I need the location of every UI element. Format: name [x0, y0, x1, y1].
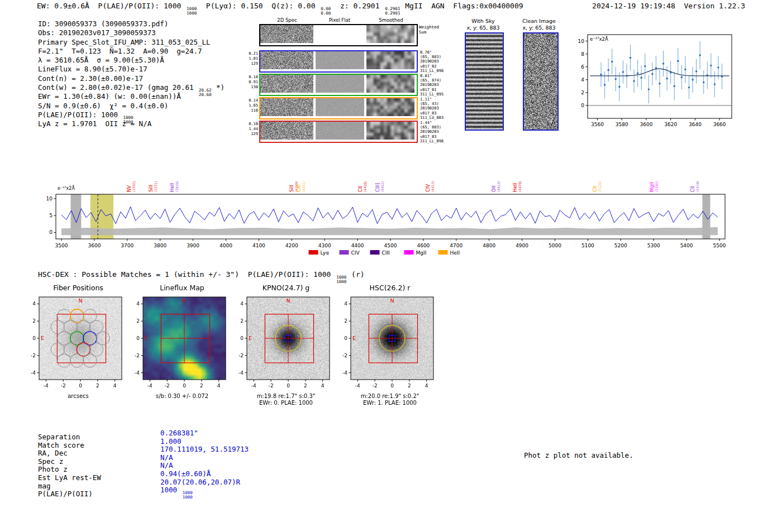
detection-info-block: ID: 3090059373 (3090059373.pdf)Obs: 2019…: [38, 20, 225, 129]
emission-line-label: CII: [690, 186, 695, 192]
match-row-label: P(LAE)/P(OII): [38, 490, 93, 498]
svg-text:0: 0: [49, 229, 53, 235]
legend-label: HeII: [450, 250, 460, 256]
info-line: ID: 3090059373 (3090059373.pdf): [38, 20, 225, 28]
svg-text:3620: 3620: [664, 122, 677, 127]
emission-line-sublabel: (3705): [132, 181, 136, 192]
svg-text:4800: 4800: [483, 243, 495, 248]
weighted-sum-smoothed-image: [366, 25, 414, 43]
hsc-cutout-title: HSC(26.2) r: [334, 284, 446, 292]
svg-text:3900: 3900: [187, 243, 199, 248]
fiber-positions-panel: Fiber Positions -4-4-2-2002244NE arcsecs: [22, 284, 134, 415]
svg-text:3580: 3580: [616, 122, 628, 127]
spec2d-row-info: 1.44"(65, 883)20190203v017_03311_LL_096: [420, 121, 444, 143]
text-segment: EWr = 1.30(±0.84) (w: 0.00(±nan))Å: [38, 92, 181, 100]
svg-text:0: 0: [79, 383, 82, 389]
emission-line-label: CIII]: [375, 183, 380, 192]
text-segment: N/A: [160, 461, 173, 469]
svg-text:-2: -2: [31, 353, 36, 358]
weighted-sum-strip: [259, 24, 418, 46]
spec2d-row-image: [366, 75, 414, 93]
svg-text:0: 0: [287, 383, 290, 389]
flux-units-annotation: e⁻¹⁷x2Å: [590, 36, 608, 42]
spec2d-row-stats: 0.180.91130: [245, 75, 258, 90]
svg-text:4700: 4700: [450, 243, 462, 248]
svg-text:4: 4: [321, 383, 325, 389]
north-compass-label: N: [78, 298, 82, 304]
svg-text:4: 4: [113, 383, 117, 389]
svg-text:4300: 4300: [318, 243, 331, 248]
header-summary: EW: 0.9±0.6Å P(LAE)/P(OII): 1000 1000100…: [37, 2, 523, 16]
text-segment: LyA z = 1.9701 OII z = N/A: [38, 119, 151, 128]
spec2d-row-stats: 0.101.44129: [245, 122, 258, 137]
svg-text:-2: -2: [269, 383, 274, 389]
hsc-caption-2: EWr: 1. PLAE: 1000: [334, 400, 446, 406]
match-row-value: N/A: [160, 461, 173, 469]
with-sky-coords: x, y: 65, 883: [455, 25, 511, 31]
clean-image-coords: x, y: 65, 883: [508, 25, 570, 31]
lineflux-map-overlay: -4-4-2-2002244NE: [126, 293, 238, 394]
text-segment: z: 0.2901: [331, 2, 384, 10]
svg-text:2: 2: [32, 318, 36, 324]
svg-text:0: 0: [390, 383, 394, 389]
spec2d-row-image: [316, 51, 364, 69]
with-sky-image: [465, 32, 504, 131]
hsc-cutout-overlay: -4-4-2-2002244NE: [334, 293, 446, 394]
emission-line-label: SiII: [289, 185, 294, 192]
svg-text:-4: -4: [251, 383, 256, 389]
svg-text:10: 10: [46, 196, 53, 202]
svg-text:5100: 5100: [581, 243, 594, 248]
fiber-positions-xlabel: arcsecs: [22, 393, 134, 399]
svg-text:-2: -2: [342, 353, 347, 358]
elixer-report-page: EW: 0.9±0.6Å P(LAE)/P(OII): 1000 1000100…: [0, 0, 782, 532]
text-segment: HSC-DEX : Possible Matches = 1 (within +…: [38, 270, 335, 279]
text-segment: P(LAE)/P(OII): 1000: [38, 111, 122, 119]
legend-swatch: [404, 250, 414, 255]
hsc-cutout-panel: HSC(26.2) r -4-4-2-2002244NE m:20.0 re:1…: [334, 284, 446, 415]
svg-text:3640: 3640: [689, 122, 702, 127]
lineflux-map-title: Lineflux Map: [126, 284, 238, 292]
spec2d-row-image: [260, 51, 313, 69]
legend-swatch: [438, 250, 448, 255]
spec2d-row-info: 0.81"(65, 874)20190203v017_01311_LL_095: [420, 74, 444, 97]
match-row-label: Match score: [38, 441, 84, 449]
phot-z-note: Phot z plot not available.: [524, 451, 633, 459]
text-segment: S/N = 0.9(±0.6) χ² = 0.4(±0.0): [38, 102, 168, 110]
text-segment: 0.94(±0.60)Å: [160, 469, 211, 478]
spec2d-row-image: [366, 51, 414, 69]
svg-text:3500: 3500: [55, 243, 68, 248]
match-row-label: Est LyA rest-EW: [38, 473, 101, 482]
legend-swatch: [309, 250, 318, 255]
match-row-label: Separation: [38, 433, 80, 441]
fiber-circle: [70, 354, 84, 367]
svg-text:2: 2: [304, 383, 307, 389]
spec2d-row-image: [366, 98, 414, 116]
weighted-sum-2dspec-image: [260, 25, 313, 43]
svg-text:5400: 5400: [680, 243, 693, 248]
text-segment: N/A: [160, 453, 173, 462]
text-segment: Primary Spec_Slot_IFU_AMP: 311_053_025_L…: [38, 38, 211, 46]
emission-line-sublabel: (5122): [598, 181, 602, 192]
error-band: [61, 227, 718, 236]
spectrum-line: [61, 207, 718, 223]
svg-text:3600: 3600: [88, 243, 101, 248]
spec2d-row-image: [316, 122, 364, 140]
legend-label: CIV: [351, 250, 360, 256]
svg-text:8: 8: [581, 51, 584, 57]
legend-label: MgII: [416, 250, 427, 256]
emission-line-sublabel: (4221): [302, 181, 306, 192]
fiber-circle: [83, 354, 97, 367]
svg-text:2: 2: [96, 383, 99, 389]
legend-swatch: [340, 250, 349, 255]
east-compass-label: E: [41, 335, 44, 341]
svg-text:-4: -4: [147, 383, 152, 389]
info-line: Cont(w) = 2.80(±0.02)e-17 (gmag 20.61 20…: [38, 83, 225, 92]
emission-line-sublabel: (5295): [655, 181, 659, 192]
emission-line-sublabel: (4878): [518, 181, 522, 192]
svg-text:-4: -4: [342, 370, 347, 376]
north-compass-label: N: [390, 298, 394, 304]
fiber-circle: [58, 354, 71, 367]
svg-text:-4: -4: [135, 370, 140, 376]
spec2d-row-stats: 0.141.65110: [245, 98, 258, 113]
svg-text:6: 6: [581, 64, 584, 70]
